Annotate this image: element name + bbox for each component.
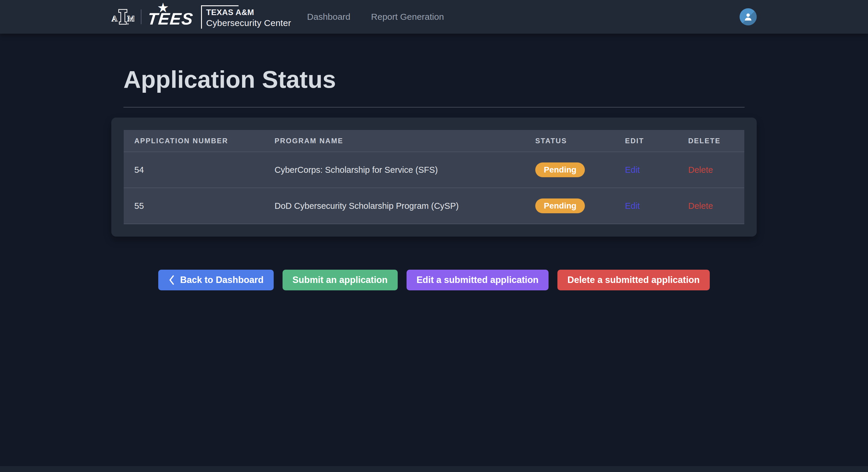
user-avatar[interactable] [740, 8, 757, 25]
status-badge: Pending [535, 163, 585, 177]
brand-logo-group[interactable]: A M ★ TEES TEXAS A&M Cybersecurity Cente… [111, 5, 291, 29]
program-name-cell: CyberCorps: Scholarship for Service (SFS… [264, 152, 525, 188]
back-to-dashboard-button[interactable]: Back to Dashboard [158, 270, 274, 290]
table-header-row: APPLICATION NUMBER PROGRAM NAME STATUS E… [124, 130, 744, 152]
application-number-cell: 55 [124, 188, 264, 224]
delete-cell: Delete [678, 152, 744, 188]
status-badge: Pending [535, 199, 585, 213]
edit-cell: Edit [614, 188, 678, 224]
table-row: 55 DoD Cybersecurity Scholarship Program… [124, 188, 744, 224]
submit-application-button[interactable]: Submit an application [283, 270, 398, 290]
svg-text:A: A [112, 14, 118, 23]
chevron-left-icon [168, 275, 175, 285]
applications-card: APPLICATION NUMBER PROGRAM NAME STATUS E… [111, 118, 757, 237]
edit-link[interactable]: Edit [625, 201, 640, 211]
delete-submitted-application-button[interactable]: Delete a submitted application [557, 270, 710, 290]
brand-title-box: TEXAS A&M Cybersecurity Center [201, 5, 291, 29]
navbar: A M ★ TEES TEXAS A&M Cybersecurity Cente… [0, 0, 868, 34]
button-label: Delete a submitted application [567, 275, 700, 285]
col-header-status: STATUS [525, 130, 614, 152]
delete-cell: Delete [678, 188, 744, 224]
star-icon: ★ [158, 2, 169, 13]
page-title: Application Status [123, 65, 745, 93]
status-cell: Pending [525, 152, 614, 188]
col-header-application-number: APPLICATION NUMBER [124, 130, 264, 152]
main-content: Application Status APPLICATION NUMBER PR… [111, 65, 757, 290]
col-header-edit: EDIT [614, 130, 678, 152]
col-header-program-name: PROGRAM NAME [264, 130, 525, 152]
title-divider [123, 107, 745, 108]
status-cell: Pending [525, 188, 614, 224]
nav-link-dashboard[interactable]: Dashboard [307, 12, 350, 22]
brand-line1: TEXAS A&M [206, 8, 291, 17]
brand-line2: Cybersecurity Center [206, 18, 291, 28]
brand-divider [141, 9, 142, 24]
footer-bar [0, 466, 868, 472]
application-number-cell: 54 [124, 152, 264, 188]
delete-link[interactable]: Delete [688, 165, 713, 175]
edit-link[interactable]: Edit [625, 165, 640, 175]
nav-link-report-generation[interactable]: Report Generation [371, 12, 444, 22]
table-row: 54 CyberCorps: Scholarship for Service (… [124, 152, 744, 188]
svg-text:M: M [127, 14, 134, 23]
action-buttons: Back to Dashboard Submit an application … [111, 270, 757, 290]
button-label: Back to Dashboard [180, 275, 264, 285]
edit-submitted-application-button[interactable]: Edit a submitted application [407, 270, 549, 290]
edit-cell: Edit [614, 152, 678, 188]
tees-logo-icon: ★ TEES [147, 6, 194, 27]
button-label: Edit a submitted application [416, 275, 538, 285]
delete-link[interactable]: Delete [688, 201, 713, 211]
button-label: Submit an application [292, 275, 388, 285]
tees-wordmark: TEES [147, 9, 194, 28]
nav-links: Dashboard Report Generation [307, 12, 444, 22]
program-name-cell: DoD Cybersecurity Scholarship Program (C… [264, 188, 525, 224]
applications-table: APPLICATION NUMBER PROGRAM NAME STATUS E… [124, 130, 744, 224]
col-header-delete: DELETE [678, 130, 744, 152]
tamu-atm-logo-icon: A M [111, 8, 134, 25]
user-icon [743, 11, 753, 22]
